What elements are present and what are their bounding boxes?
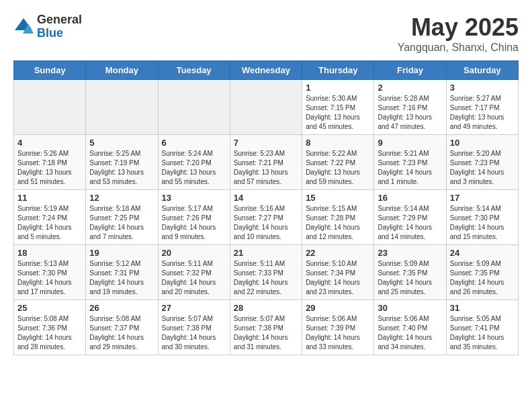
day-cell — [230, 80, 302, 135]
weekday-header-thursday: Thursday — [302, 61, 374, 80]
day-number: 18 — [17, 248, 82, 258]
day-number: 16 — [378, 193, 442, 203]
logo-text: General Blue — [37, 13, 82, 40]
day-cell: 30Sunrise: 5:06 AMSunset: 7:40 PMDayligh… — [374, 300, 446, 355]
day-info: Sunrise: 5:30 AMSunset: 7:15 PMDaylight:… — [306, 94, 370, 132]
day-info: Sunrise: 5:06 AMSunset: 7:40 PMDaylight:… — [378, 314, 442, 352]
day-number: 28 — [234, 303, 298, 313]
week-row-3: 11Sunrise: 5:19 AMSunset: 7:24 PMDayligh… — [14, 190, 519, 245]
day-info: Sunrise: 5:20 AMSunset: 7:23 PMDaylight:… — [450, 149, 515, 187]
day-cell: 25Sunrise: 5:08 AMSunset: 7:36 PMDayligh… — [14, 300, 86, 355]
week-row-5: 25Sunrise: 5:08 AMSunset: 7:36 PMDayligh… — [14, 300, 519, 355]
day-cell: 16Sunrise: 5:14 AMSunset: 7:29 PMDayligh… — [374, 190, 446, 245]
title-section: May 2025 Yangquan, Shanxi, China — [398, 13, 519, 54]
day-info: Sunrise: 5:12 AMSunset: 7:31 PMDaylight:… — [89, 259, 154, 297]
day-info: Sunrise: 5:17 AMSunset: 7:26 PMDaylight:… — [162, 204, 226, 242]
day-info: Sunrise: 5:18 AMSunset: 7:25 PMDaylight:… — [89, 204, 154, 242]
day-cell: 11Sunrise: 5:19 AMSunset: 7:24 PMDayligh… — [14, 190, 86, 245]
weekday-header-sunday: Sunday — [14, 61, 86, 80]
logo-icon — [13, 17, 34, 37]
day-cell: 19Sunrise: 5:12 AMSunset: 7:31 PMDayligh… — [86, 245, 158, 300]
day-number: 31 — [450, 303, 515, 313]
day-info: Sunrise: 5:10 AMSunset: 7:34 PMDaylight:… — [306, 259, 370, 297]
day-info: Sunrise: 5:19 AMSunset: 7:24 PMDaylight:… — [17, 204, 82, 242]
day-cell: 12Sunrise: 5:18 AMSunset: 7:25 PMDayligh… — [86, 190, 158, 245]
day-cell: 6Sunrise: 5:24 AMSunset: 7:20 PMDaylight… — [158, 135, 230, 190]
weekday-header-friday: Friday — [374, 61, 446, 80]
day-cell: 21Sunrise: 5:11 AMSunset: 7:33 PMDayligh… — [230, 245, 302, 300]
day-info: Sunrise: 5:21 AMSunset: 7:23 PMDaylight:… — [378, 149, 442, 187]
day-number: 2 — [378, 83, 442, 93]
day-info: Sunrise: 5:22 AMSunset: 7:22 PMDaylight:… — [306, 149, 370, 187]
day-number: 12 — [89, 193, 154, 203]
day-number: 19 — [89, 248, 154, 258]
weekday-header-tuesday: Tuesday — [158, 61, 230, 80]
day-cell — [14, 80, 86, 135]
day-number: 21 — [234, 248, 298, 258]
weekday-header-saturday: Saturday — [446, 61, 518, 80]
day-cell: 17Sunrise: 5:14 AMSunset: 7:30 PMDayligh… — [446, 190, 518, 245]
day-number: 9 — [378, 138, 442, 148]
day-cell: 31Sunrise: 5:05 AMSunset: 7:41 PMDayligh… — [446, 300, 518, 355]
day-number: 10 — [450, 138, 515, 148]
day-cell: 10Sunrise: 5:20 AMSunset: 7:23 PMDayligh… — [446, 135, 518, 190]
day-number: 26 — [89, 303, 154, 313]
day-cell: 2Sunrise: 5:28 AMSunset: 7:16 PMDaylight… — [374, 80, 446, 135]
day-info: Sunrise: 5:08 AMSunset: 7:36 PMDaylight:… — [17, 314, 82, 352]
day-info: Sunrise: 5:13 AMSunset: 7:30 PMDaylight:… — [17, 259, 82, 297]
day-number: 24 — [450, 248, 515, 258]
day-info: Sunrise: 5:23 AMSunset: 7:21 PMDaylight:… — [234, 149, 298, 187]
calendar: SundayMondayTuesdayWednesdayThursdayFrid… — [13, 60, 519, 355]
day-cell — [86, 80, 158, 135]
day-number: 3 — [450, 83, 515, 93]
day-cell: 1Sunrise: 5:30 AMSunset: 7:15 PMDaylight… — [302, 80, 374, 135]
day-cell: 4Sunrise: 5:26 AMSunset: 7:18 PMDaylight… — [14, 135, 86, 190]
day-cell: 9Sunrise: 5:21 AMSunset: 7:23 PMDaylight… — [374, 135, 446, 190]
day-cell: 15Sunrise: 5:15 AMSunset: 7:28 PMDayligh… — [302, 190, 374, 245]
day-cell: 22Sunrise: 5:10 AMSunset: 7:34 PMDayligh… — [302, 245, 374, 300]
day-number: 25 — [17, 303, 82, 313]
month-title: May 2025 — [398, 13, 519, 42]
day-cell: 28Sunrise: 5:07 AMSunset: 7:38 PMDayligh… — [230, 300, 302, 355]
day-number: 20 — [162, 248, 226, 258]
day-number: 22 — [306, 248, 370, 258]
day-number: 29 — [306, 303, 370, 313]
day-info: Sunrise: 5:25 AMSunset: 7:19 PMDaylight:… — [89, 149, 154, 187]
day-cell: 27Sunrise: 5:07 AMSunset: 7:38 PMDayligh… — [158, 300, 230, 355]
logo-general: General — [37, 13, 82, 27]
day-cell: 18Sunrise: 5:13 AMSunset: 7:30 PMDayligh… — [14, 245, 86, 300]
day-info: Sunrise: 5:16 AMSunset: 7:27 PMDaylight:… — [234, 204, 298, 242]
day-number: 23 — [378, 248, 442, 258]
day-number: 5 — [89, 138, 154, 148]
day-info: Sunrise: 5:05 AMSunset: 7:41 PMDaylight:… — [450, 314, 515, 352]
day-number: 1 — [306, 83, 370, 93]
day-info: Sunrise: 5:11 AMSunset: 7:32 PMDaylight:… — [162, 259, 226, 297]
day-info: Sunrise: 5:07 AMSunset: 7:38 PMDaylight:… — [234, 314, 298, 352]
day-cell: 14Sunrise: 5:16 AMSunset: 7:27 PMDayligh… — [230, 190, 302, 245]
location: Yangquan, Shanxi, China — [398, 42, 519, 54]
day-number: 27 — [162, 303, 226, 313]
day-cell: 26Sunrise: 5:08 AMSunset: 7:37 PMDayligh… — [86, 300, 158, 355]
day-number: 11 — [17, 193, 82, 203]
day-info: Sunrise: 5:09 AMSunset: 7:35 PMDaylight:… — [450, 259, 515, 297]
day-cell: 7Sunrise: 5:23 AMSunset: 7:21 PMDaylight… — [230, 135, 302, 190]
day-info: Sunrise: 5:14 AMSunset: 7:29 PMDaylight:… — [378, 204, 442, 242]
day-number: 13 — [162, 193, 226, 203]
day-info: Sunrise: 5:24 AMSunset: 7:20 PMDaylight:… — [162, 149, 226, 187]
day-info: Sunrise: 5:26 AMSunset: 7:18 PMDaylight:… — [17, 149, 82, 187]
day-number: 6 — [162, 138, 226, 148]
day-number: 15 — [306, 193, 370, 203]
day-cell: 13Sunrise: 5:17 AMSunset: 7:26 PMDayligh… — [158, 190, 230, 245]
day-info: Sunrise: 5:07 AMSunset: 7:38 PMDaylight:… — [162, 314, 226, 352]
day-cell: 5Sunrise: 5:25 AMSunset: 7:19 PMDaylight… — [86, 135, 158, 190]
day-cell: 20Sunrise: 5:11 AMSunset: 7:32 PMDayligh… — [158, 245, 230, 300]
day-number: 30 — [378, 303, 442, 313]
weekday-header-wednesday: Wednesday — [230, 61, 302, 80]
day-cell — [158, 80, 230, 135]
weekday-header-monday: Monday — [86, 61, 158, 80]
logo: General Blue — [13, 13, 82, 40]
weekday-header-row: SundayMondayTuesdayWednesdayThursdayFrid… — [14, 61, 519, 80]
day-number: 8 — [306, 138, 370, 148]
day-info: Sunrise: 5:09 AMSunset: 7:35 PMDaylight:… — [378, 259, 442, 297]
day-info: Sunrise: 5:28 AMSunset: 7:16 PMDaylight:… — [378, 94, 442, 132]
